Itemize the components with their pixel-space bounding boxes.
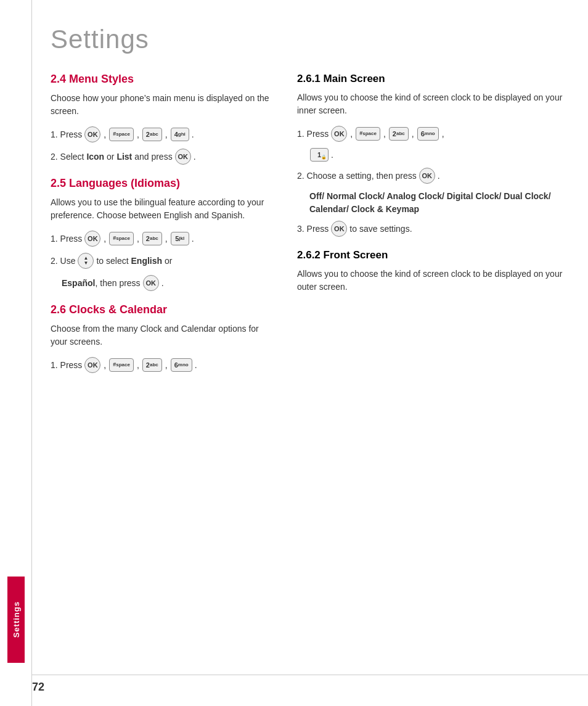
columns-layout: 2.4 Menu Styles Choose how your phone’s … — [51, 73, 563, 681]
heading-2-6: 2.6 Clocks & Calendar — [51, 303, 272, 316]
key-hash-2: #space — [109, 232, 134, 245]
step-label-4: 2. Use — [51, 255, 75, 268]
key-ok-5: OK — [84, 357, 100, 373]
page-title: Settings — [51, 25, 563, 54]
key-ok-4: OK — [143, 275, 159, 291]
step-2-6-1-1: 1. Press OK , #space , 2abc , 6mno , — [297, 126, 563, 142]
section-2-6: 2.6 Clocks & Calendar Choose from the ma… — [51, 303, 272, 373]
main-content: Settings 2.4 Menu Styles Choose how your… — [32, 0, 588, 706]
step-label-r3: 3. Press — [297, 223, 329, 236]
key-ok-2: OK — [175, 149, 191, 165]
key-hash-3: #space — [109, 358, 134, 372]
sidebar-line — [31, 0, 32, 706]
options-text: Off/ Normal Clock/ Analog Clock/ Digital… — [309, 190, 563, 216]
step-label-r1: 1. Press — [297, 128, 329, 141]
page-number: 72 — [32, 681, 44, 694]
section-2-5: 2.5 Languages (Idiomas) Allows you to us… — [51, 177, 272, 291]
key-1-r1: 1🔒 — [310, 148, 329, 162]
key-nav-1: ▲ ▼ — [78, 253, 94, 269]
text-2-6-2: Allows you to choose the kind of screen … — [297, 268, 563, 293]
left-column: 2.4 Menu Styles Choose how your phone’s … — [51, 73, 272, 681]
key-hash-r1: #space — [356, 127, 380, 141]
step-2-6-1-1b: 1🔒 . — [309, 148, 563, 162]
text-2-6: Choose from the many Clock and Calendar … — [51, 322, 272, 348]
step-label-3: 1. Press — [51, 232, 82, 245]
options-block: Off/ Normal Clock/ Analog Clock/ Digital… — [309, 190, 563, 216]
section-2-4: 2.4 Menu Styles Choose how your phone’s … — [51, 73, 272, 165]
sidebar-tab: Settings — [7, 577, 25, 663]
heading-2-6-1: 2.6.1 Main Screen — [297, 73, 563, 85]
right-column: 2.6.1 Main Screen Allows you to choose t… — [297, 73, 563, 681]
text-2-4: Choose how your phone’s main menu is dis… — [51, 92, 272, 118]
heading-2-6-2: 2.6.2 Front Screen — [297, 249, 563, 261]
key-2abc-2: 2abc — [142, 232, 162, 245]
sidebar-label: Settings — [12, 601, 21, 638]
key-2abc-r1: 2abc — [389, 127, 409, 141]
step-2-5-1: 1. Press OK , #space , 2abc , 5jkl . — [51, 231, 272, 247]
key-ok-1: OK — [84, 126, 100, 142]
key-2abc-1: 2abc — [142, 128, 162, 141]
key-6mno-r1: 6mno — [417, 127, 439, 141]
key-ok-3: OK — [84, 231, 100, 247]
step-label: 1. Press — [51, 128, 82, 141]
section-2-6-1: 2.6.1 Main Screen Allows you to choose t… — [297, 73, 563, 237]
key-2abc-3: 2abc — [142, 358, 162, 372]
key-4ghi-1: 4ghi — [171, 128, 189, 141]
step-2-5-2: 2. Use ▲ ▼ to select English or — [51, 253, 272, 269]
key-ok-r2: OK — [419, 168, 435, 184]
heading-2-5: 2.5 Languages (Idiomas) — [51, 177, 272, 190]
step-2-6-1: 1. Press OK , #space , 2abc , 6mno . — [51, 357, 272, 373]
page-container: Settings Settings 2.4 Menu Styles Choose… — [0, 0, 588, 706]
step-2-4-2: 2. Select Icon or List and press OK . — [51, 149, 272, 165]
heading-2-4: 2.4 Menu Styles — [51, 73, 272, 86]
key-ok-r1: OK — [331, 126, 347, 142]
step-label-5: 1. Press — [51, 359, 82, 372]
step-2-5-2b: Español, then press OK . — [62, 275, 272, 291]
key-6mno-1: 6mno — [171, 358, 192, 372]
sidebar: Settings — [0, 0, 32, 706]
bottom-divider — [32, 675, 588, 675]
section-2-6-2: 2.6.2 Front Screen Allows you to choose … — [297, 249, 563, 293]
key-ok-r3: OK — [331, 221, 347, 237]
key-hash-1: #space — [109, 128, 134, 141]
step-2-6-1-3: 3. Press OK to save settings. — [297, 221, 563, 237]
step-2-4-1: 1. Press OK , #space , 2abc , 4ghi . — [51, 126, 272, 142]
text-2-6-1: Allows you to choose the kind of screen … — [297, 91, 563, 117]
step-label-2: 2. Select Icon or List and press — [51, 150, 173, 163]
step-label-r2: 2. Choose a setting, then press — [297, 170, 417, 183]
key-5jkl-1: 5jkl — [171, 232, 189, 245]
step-2-6-1-2: 2. Choose a setting, then press OK . — [297, 168, 563, 184]
text-2-5: Allows you to use the bilingual feature … — [51, 196, 272, 222]
